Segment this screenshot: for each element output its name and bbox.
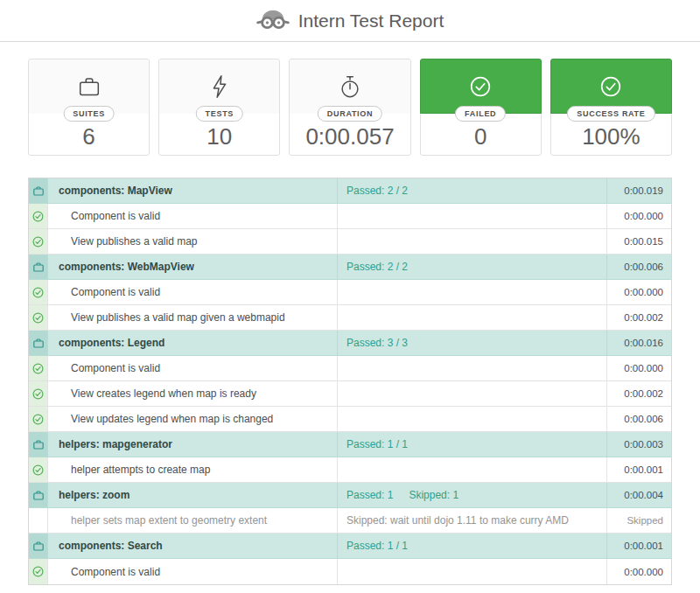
suite-duration: 0:00.016: [607, 331, 671, 355]
suite-duration: 0:00.004: [607, 483, 671, 507]
suite-row: components: MapView Passed: 2 / 2 0:00.0…: [29, 178, 671, 204]
summary-card-failed: FAILED 0: [420, 59, 542, 156]
report-header: Intern Test Report: [0, 0, 700, 42]
test-duration: 0:00.001: [607, 457, 671, 482]
test-status: [338, 305, 607, 330]
suite-icon-cell: [29, 432, 48, 457]
suite-name: helpers: zoom: [48, 483, 338, 507]
test-passed-check-icon: [32, 363, 44, 374]
suite-status: Passed: 2 / 2: [338, 255, 607, 279]
test-name: View publishes a valid map: [48, 229, 338, 254]
check-circle-icon: [598, 73, 624, 100]
suite-duration: 0:00.006: [607, 255, 671, 279]
test-name: Component is valid: [48, 204, 338, 228]
suite-duration: 0:00.003: [607, 432, 671, 457]
test-duration: 0:00.006: [607, 407, 671, 431]
test-passed-check-icon: [32, 312, 44, 324]
suite-briefcase-icon: [33, 262, 44, 272]
test-duration: 0:00.000: [607, 204, 671, 228]
suite-name: helpers: mapgenerator: [48, 432, 338, 457]
test-row: View publishes a valid map 0:00.015: [29, 229, 671, 255]
test-icon-cell: [29, 457, 48, 482]
test-duration: 0:00.000: [607, 559, 671, 584]
test-row: Component is valid 0:00.000: [29, 356, 671, 381]
lightning-bolt-icon: [208, 73, 231, 100]
intern-test-report-page: Intern Test Report SUITES 6: [0, 0, 700, 585]
test-name: View updates legend when map is changed: [48, 407, 338, 431]
suite-icon-cell: [29, 483, 48, 507]
test-icon-cell: [29, 204, 48, 228]
test-status: [338, 280, 607, 304]
page-title: Intern Test Report: [298, 10, 444, 31]
test-passed-check-icon: [32, 464, 44, 476]
test-duration: 0:00.002: [607, 381, 671, 406]
test-row: View creates legend when map is ready 0:…: [29, 381, 671, 407]
test-icon-cell: [29, 229, 48, 254]
suite-status: Passed: 1Skipped: 1: [338, 483, 607, 507]
results-table: components: MapView Passed: 2 / 2 0:00.0…: [28, 178, 672, 585]
summary-card-tests: TESTS 10: [158, 59, 280, 156]
test-name: Component is valid: [48, 356, 338, 380]
test-status: [338, 381, 607, 406]
suite-name: components: WebMapView: [48, 255, 338, 279]
test-row: View publishes a valid map given a webma…: [29, 305, 671, 331]
test-icon-cell: [29, 559, 48, 584]
suite-status: Passed: 3 / 3: [338, 331, 607, 355]
suite-row: components: Search Passed: 1 / 1 0:00.00…: [29, 534, 671, 559]
suite-row: components: WebMapView Passed: 2 / 2 0:0…: [29, 255, 671, 280]
test-passed-check-icon: [32, 211, 44, 222]
test-duration: 0:00.000: [607, 280, 671, 304]
summary-label-success-rate: SUCCESS RATE: [567, 106, 654, 122]
skipped-icon-cell: [29, 508, 48, 533]
test-icon-cell: [29, 280, 48, 304]
suite-name: components: Search: [48, 534, 338, 558]
suite-icon-cell: [29, 178, 48, 203]
test-row: helper attempts to create map 0:00.001: [29, 457, 671, 483]
suite-row: helpers: mapgenerator Passed: 1 / 1 0:00…: [29, 432, 671, 457]
suite-icon-cell: [29, 534, 48, 558]
test-status: [338, 407, 607, 431]
test-status: [338, 457, 607, 482]
skipped-reason: Skipped: wait until dojo 1.11 to make cu…: [338, 508, 607, 533]
test-row: View updates legend when map is changed …: [29, 407, 671, 432]
suite-briefcase-icon: [33, 338, 44, 348]
test-duration: Skipped: [607, 508, 671, 533]
test-status: [338, 356, 607, 380]
test-status: [338, 229, 607, 254]
check-circle-icon: [467, 73, 494, 100]
test-duration: 0:00.000: [607, 356, 671, 380]
intern-goggles-icon: [256, 8, 290, 34]
test-icon-cell: [29, 305, 48, 330]
summary-card-suites: SUITES 6: [28, 59, 150, 156]
suite-status: Passed: 1 / 1: [338, 534, 607, 558]
suite-briefcase-icon: [33, 186, 44, 196]
test-row: Component is valid 0:00.000: [29, 559, 671, 584]
test-passed-check-icon: [32, 388, 44, 400]
test-row: Component is valid 0:00.000: [29, 280, 671, 305]
skipped-test-row: helper sets map extent to geometry exten…: [29, 508, 671, 534]
test-passed-check-icon: [32, 566, 44, 577]
suite-duration: 0:00.001: [607, 534, 671, 558]
stopwatch-icon: [338, 73, 362, 100]
suite-briefcase-icon: [33, 541, 44, 551]
test-name: Component is valid: [48, 280, 338, 304]
test-name: helper attempts to create map: [48, 457, 338, 482]
suite-duration: 0:00.019: [607, 178, 671, 203]
summary-cards: SUITES 6 TESTS 10: [28, 59, 672, 156]
summary-label-failed: FAILED: [455, 106, 506, 122]
test-name: Component is valid: [48, 559, 338, 584]
summary-label-tests: TESTS: [196, 106, 244, 122]
summary-card-success-rate: SUCCESS RATE 100%: [550, 59, 672, 156]
summary-card-duration: DURATION 0:00.057: [289, 59, 410, 156]
test-name: helper sets map extent to geometry exten…: [48, 508, 338, 533]
suite-name: components: MapView: [48, 178, 338, 203]
suite-row: helpers: zoom Passed: 1Skipped: 1 0:00.0…: [29, 483, 671, 508]
suite-row: components: Legend Passed: 3 / 3 0:00.01…: [29, 331, 671, 356]
test-status: [338, 559, 607, 584]
test-name: View publishes a valid map given a webma…: [48, 305, 338, 330]
test-duration: 0:00.002: [607, 305, 671, 330]
briefcase-icon: [76, 73, 102, 100]
test-icon-cell: [29, 407, 48, 431]
suite-briefcase-icon: [33, 440, 44, 450]
suite-status: Passed: 2 / 2: [338, 178, 607, 203]
